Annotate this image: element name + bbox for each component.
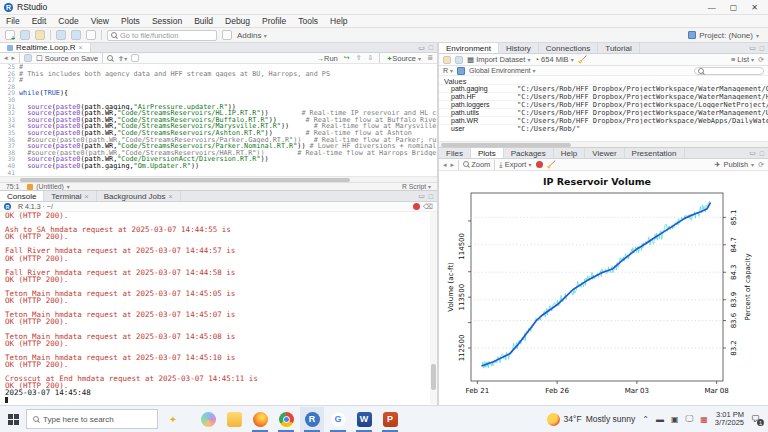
env-value-row[interactable]: path.gaging"C:/Users/Rob/HFF Dropbox/Pro…: [439, 84, 768, 92]
go-to-file-input[interactable]: Go to file/function: [107, 30, 217, 41]
save-all-icon[interactable]: [71, 30, 81, 40]
run-button[interactable]: →Run: [317, 54, 338, 63]
env-value-row[interactable]: path.WR"C:/Users/Rob/HFF Dropbox/Project…: [439, 116, 768, 124]
zoom-plot-button[interactable]: Zoom: [463, 160, 490, 169]
notification-center-icon[interactable]: 🗩 1: [751, 414, 762, 424]
console-scrollbar[interactable]: [430, 212, 437, 404]
console-output[interactable]: OK (HTTP 200). Ash to SA hmdata request …: [0, 212, 430, 404]
battery-icon[interactable]: ▬: [656, 415, 664, 424]
maximize-pane-icon[interactable]: □: [760, 45, 764, 52]
menu-item-session[interactable]: Session: [146, 16, 188, 26]
menu-item-code[interactable]: Code: [52, 16, 84, 26]
code-tools-icon[interactable]: 🗡▾: [117, 55, 127, 62]
clear-console-icon[interactable]: ⌫: [423, 203, 433, 211]
calendar-tray-icon[interactable]: ▦: [700, 415, 708, 424]
refresh-environment-icon[interactable]: ⟳: [758, 56, 764, 64]
editor-tab-realtime-loop[interactable]: Realtime.Loop.R ×: [0, 43, 91, 52]
tab-env-connections[interactable]: Connections: [539, 43, 598, 53]
env-value-row[interactable]: path.loggers"C:/Users/Rob/HFF Dropbox/Pr…: [439, 100, 768, 108]
open-file-icon[interactable]: [35, 30, 45, 40]
tab-env-tutorial[interactable]: Tutorial: [598, 43, 639, 53]
print-icon[interactable]: [86, 30, 96, 40]
outline-icon[interactable]: ≣: [427, 54, 433, 62]
project-menu[interactable]: Project: (None)▾: [688, 31, 763, 40]
maximize-pane-icon[interactable]: □: [429, 193, 433, 200]
find-icon[interactable]: [107, 55, 113, 61]
maximize-button[interactable]: ▢: [730, 3, 738, 12]
refresh-plot-icon[interactable]: ⟳: [758, 161, 764, 169]
code-editor[interactable]: 25#26# This includes both agency data an…: [0, 64, 437, 176]
tab-plots-presentation[interactable]: Presentation: [625, 148, 685, 158]
language-menu[interactable]: R ▾: [443, 67, 453, 74]
environment-search-input[interactable]: [694, 67, 764, 75]
menu-item-file[interactable]: File: [0, 16, 26, 26]
minimize-pane-icon[interactable]: ▭: [418, 192, 425, 200]
close-tab-icon[interactable]: ×: [169, 193, 173, 200]
new-project-icon[interactable]: [20, 30, 30, 40]
maximize-pane-icon[interactable]: □: [760, 150, 764, 157]
tab-plots-files[interactable]: Files: [439, 148, 471, 158]
tab-plots-help[interactable]: Help: [554, 148, 585, 158]
list-view-menu[interactable]: ≡ List ▾: [731, 55, 754, 64]
tab-console-terminal[interactable]: Terminal×: [44, 191, 96, 201]
rerun-icon[interactable]: ↪: [344, 54, 350, 62]
clear-plots-icon[interactable]: 🧹: [547, 160, 556, 169]
file-type-menu[interactable]: R Script ▾: [402, 183, 431, 190]
tab-console-background-jobs[interactable]: Background Jobs×: [97, 191, 181, 201]
import-dataset-menu[interactable]: ▦ Import Dataset ▾: [467, 55, 530, 64]
close-tab-icon[interactable]: ×: [85, 193, 89, 200]
forward-icon[interactable]: ▸: [12, 54, 16, 62]
minimize-pane-icon[interactable]: ▭: [749, 149, 756, 157]
save-workspace-icon[interactable]: [455, 56, 463, 64]
hidden-icons-chevron[interactable]: ⌃: [642, 415, 649, 424]
menu-item-build[interactable]: Build: [188, 16, 219, 26]
tab-env-history[interactable]: History: [499, 43, 539, 53]
taskbar-app-chrome[interactable]: [274, 407, 298, 432]
taskbar-app-google-app[interactable]: G: [326, 407, 350, 432]
new-file-icon[interactable]: [5, 30, 15, 40]
menu-item-edit[interactable]: Edit: [26, 16, 53, 26]
tab-console-console[interactable]: Console: [0, 191, 44, 201]
document-outline-menu[interactable]: (Untitled)▾: [27, 183, 70, 190]
environment-selector[interactable]: Global Environment ▾: [469, 67, 535, 74]
env-value-row[interactable]: user"C:/Users/Rob/": [439, 124, 768, 132]
taskbar-app-firefox[interactable]: [248, 407, 272, 432]
menu-item-help[interactable]: Help: [324, 16, 353, 26]
minimize-button[interactable]: —: [708, 3, 716, 12]
close-button[interactable]: ✕: [751, 3, 758, 12]
settings-tray-icon[interactable]: ▣: [671, 415, 679, 424]
addins-menu[interactable]: Addins ▾: [237, 31, 267, 40]
tab-plots-packages[interactable]: Packages: [504, 148, 554, 158]
minimize-pane-icon[interactable]: ▭: [749, 44, 756, 52]
previous-plot-icon[interactable]: ◂: [443, 161, 447, 169]
menu-item-plots[interactable]: Plots: [115, 16, 146, 26]
run-down-icon[interactable]: ⇩: [368, 54, 374, 62]
menu-item-tools[interactable]: Tools: [292, 16, 324, 26]
taskbar-app-file-explorer[interactable]: [222, 407, 246, 432]
next-plot-icon[interactable]: ▸: [451, 161, 455, 169]
maximize-pane-icon[interactable]: □: [429, 44, 433, 51]
publish-plot-menu[interactable]: ✈ Publish ▾: [714, 160, 754, 169]
minimize-pane-icon[interactable]: ▭: [418, 44, 425, 52]
taskbar-app-copilot[interactable]: [196, 407, 220, 432]
export-plot-menu[interactable]: ⤓ Export ▾: [499, 160, 531, 170]
menu-item-profile[interactable]: Profile: [256, 16, 292, 26]
menu-item-view[interactable]: View: [85, 16, 115, 26]
copilot-sparkle-icon[interactable]: ✦: [158, 414, 188, 425]
source-button[interactable]: ✦Source ▾: [386, 54, 421, 63]
memory-usage-menu[interactable]: ◔ 654 MiB ▾: [534, 55, 573, 64]
start-button[interactable]: [0, 406, 26, 432]
env-value-row[interactable]: path.HF"C:/Users/Rob/HFF Dropbox/Project…: [439, 92, 768, 100]
remove-plot-icon[interactable]: [536, 161, 543, 168]
taskbar-app-rstudio[interactable]: R: [300, 407, 324, 432]
tab-env-environment[interactable]: Environment: [439, 43, 499, 53]
save-doc-icon[interactable]: [24, 54, 32, 62]
clear-environment-icon[interactable]: 🧹: [578, 55, 587, 64]
back-icon[interactable]: ◂: [4, 54, 8, 62]
taskbar-app-powerpoint[interactable]: P: [378, 407, 402, 432]
env-value-row[interactable]: path.utils"C:/Users/Rob/HFF Dropbox/Proj…: [439, 108, 768, 116]
source-on-save-checkbox[interactable]: ☐ Source on Save: [36, 54, 98, 63]
menu-item-debug[interactable]: Debug: [219, 16, 256, 26]
display-tray-icon[interactable]: 🖵: [686, 414, 694, 424]
taskbar-clock[interactable]: 3:01 PM 3/7/2025: [715, 411, 744, 428]
